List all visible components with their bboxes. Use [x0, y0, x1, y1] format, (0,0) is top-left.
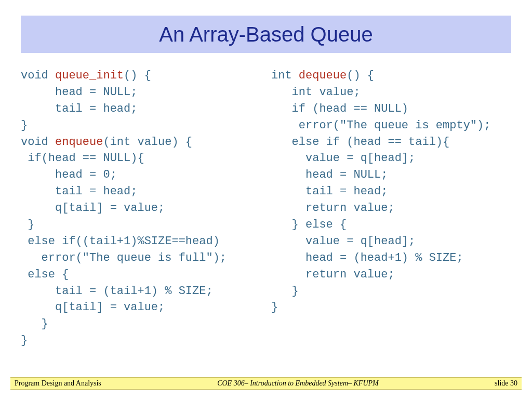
code-line: }	[21, 218, 34, 231]
code-line: else {	[21, 268, 69, 281]
code-line: else if (head == tail){	[271, 136, 449, 149]
code-line: tail = (tail+1) % SIZE;	[21, 285, 213, 298]
code-line: }	[21, 334, 28, 347]
code-line: else if((tail+1)%SIZE==head)	[21, 235, 220, 248]
code-line: q[tail] = value;	[21, 301, 165, 314]
code-line: int value;	[271, 86, 361, 99]
code-line: error("The queue is empty");	[271, 119, 490, 132]
token-func-name: enqueue	[55, 136, 103, 149]
footer-right: slide 30	[495, 379, 517, 388]
code-line: head = (head+1) % SIZE;	[271, 251, 463, 264]
token-func-name: dequeue	[299, 69, 347, 82]
code-line: head = 0;	[21, 168, 117, 181]
code-line: tail = head;	[21, 102, 137, 115]
token: () {	[124, 69, 151, 82]
code-column-left: void queue_init() { head = NULL; tail = …	[21, 68, 266, 373]
code-block-dequeue: int dequeue() { int value; if (head == N…	[271, 68, 511, 316]
token-type: void	[21, 69, 48, 82]
code-line: } else {	[271, 218, 347, 231]
code-line: tail = head;	[271, 185, 388, 198]
footer-left: Program Design and Analysis	[15, 379, 101, 388]
token: (int value) {	[103, 136, 192, 149]
token: () {	[347, 69, 374, 82]
slide-title: An Array-Based Queue	[159, 23, 373, 46]
code-line: return value;	[271, 202, 395, 215]
code-line: }	[271, 285, 299, 298]
code-block-enqueue: void enqueue(int value) { if(head == NUL…	[21, 134, 261, 350]
code-block-init: void queue_init() { head = NULL; tail = …	[21, 68, 261, 134]
token-func-name: queue_init	[55, 69, 124, 82]
token-type: void	[21, 136, 48, 149]
code-line: if (head == NULL)	[271, 102, 408, 115]
code-line: q[tail] = value;	[21, 202, 165, 215]
code-line: head = NULL;	[271, 168, 388, 181]
code-line: }	[21, 317, 48, 330]
code-line: value = q[head];	[271, 152, 415, 165]
footer-center: COE 306– Introduction to Embedded System…	[101, 379, 495, 388]
code-line: value = q[head];	[271, 235, 415, 248]
slide: An Array-Based Queue void queue_init() {…	[0, 0, 532, 399]
code-column-right: int dequeue() { int value; if (head == N…	[266, 68, 511, 373]
token-type: int	[271, 69, 292, 82]
code-line: head = NULL;	[21, 86, 137, 99]
code-line: return value;	[271, 268, 395, 281]
code-area: void queue_init() { head = NULL; tail = …	[21, 68, 511, 373]
code-line: }	[21, 119, 28, 132]
code-line: if(head == NULL){	[21, 152, 144, 165]
title-bar: An Array-Based Queue	[21, 16, 511, 53]
code-line: }	[271, 301, 278, 314]
code-line: tail = head;	[21, 185, 137, 198]
code-line: error("The queue is full");	[21, 251, 227, 264]
footer: Program Design and Analysis COE 306– Int…	[10, 377, 522, 390]
